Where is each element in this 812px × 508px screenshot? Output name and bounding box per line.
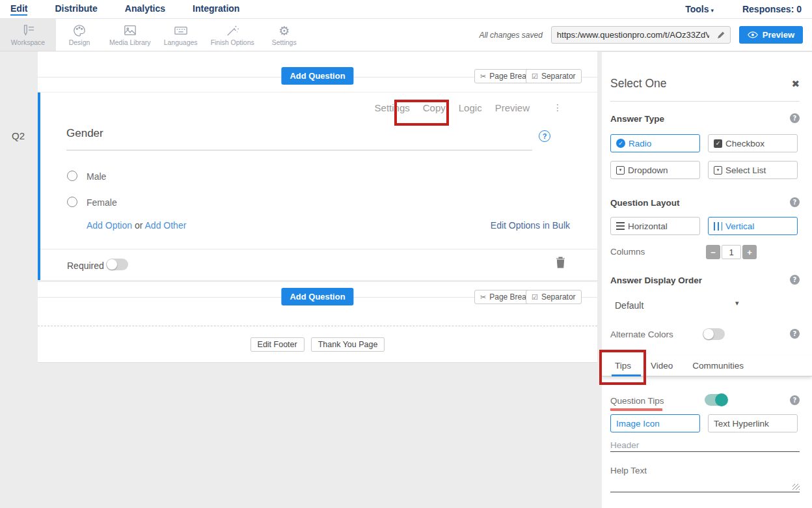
add-question-section-bottom: Add Question ✂ Page Break ☑ Separator Ed… [38, 282, 597, 363]
separator-button[interactable]: ☑ Separator [526, 290, 582, 304]
columns-decrease-button[interactable]: − [706, 245, 720, 259]
edit-options-bulk-link[interactable]: Edit Options in Bulk [491, 220, 570, 231]
nav-edit[interactable]: Edit [10, 3, 27, 16]
panel-title: Select One [610, 77, 667, 91]
delete-question-button[interactable] [556, 257, 565, 271]
question-layout-label: Question Layout [610, 198, 680, 208]
layout-vertical[interactable]: Vertical [708, 217, 798, 235]
edit-url-button[interactable] [712, 31, 730, 40]
add-question-button[interactable]: Add Question [281, 67, 353, 85]
radio-check-icon: ✓ [616, 139, 625, 148]
tab-tips[interactable]: Tips [615, 361, 631, 371]
add-other-link[interactable]: Add Other [145, 220, 187, 231]
answer-type-checkbox[interactable]: ✓ Checkbox [708, 134, 798, 152]
required-toggle[interactable] [106, 259, 128, 270]
question-logic-link[interactable]: Logic [459, 102, 482, 113]
alternate-colors-toggle[interactable] [703, 328, 725, 340]
answer-type-label: Answer Type [610, 114, 664, 124]
toolbar-finish-options[interactable]: Finish Options [204, 19, 261, 51]
toolbar-languages[interactable]: Languages [157, 19, 204, 51]
nav-distribute[interactable]: Distribute [55, 3, 97, 16]
answer-type-dropdown[interactable]: ▾ Dropdown [610, 161, 700, 179]
nav-integration[interactable]: Integration [193, 3, 239, 16]
help-icon[interactable]: ? [790, 329, 800, 339]
layout-horizontal[interactable]: Horizontal [610, 217, 700, 235]
answer-type-radio[interactable]: ✓ Radio [610, 134, 700, 152]
help-icon[interactable]: ? [790, 197, 800, 207]
question-card: Settings Copy Logic Preview ⋮ Gender ? M… [38, 92, 597, 280]
question-title[interactable]: Gender [66, 127, 103, 140]
divider [40, 249, 597, 249]
help-icon[interactable]: ? [790, 395, 800, 405]
question-tips-label: Question Tips [610, 396, 664, 406]
chevron-down-icon: ▾ [710, 7, 714, 14]
eye-icon [748, 31, 758, 38]
dropdown-icon: ▾ [616, 166, 625, 175]
radio-option[interactable] [67, 171, 77, 181]
add-question-button[interactable]: Add Question [281, 288, 353, 305]
edit-footer-button[interactable]: Edit Footer [250, 337, 304, 352]
toolbar-media-library[interactable]: Media Library [103, 19, 157, 51]
tools-menu[interactable]: Tools▾ [685, 4, 714, 14]
chevron-down-icon[interactable]: ▾ [735, 299, 739, 307]
preview-button[interactable]: Preview [739, 26, 803, 44]
responses-count[interactable]: Responses: 0 [742, 4, 802, 14]
question-settings-panel: Select One ✖ Answer Type ? ✓ Radio ✓ Che… [602, 52, 812, 508]
columns-increase-button[interactable]: + [742, 245, 757, 259]
resize-handle[interactable] [792, 484, 800, 490]
close-icon[interactable]: ✖ [791, 78, 800, 90]
tips-text-hyperlink-button[interactable]: Text Hyperlink [708, 414, 798, 432]
save-status: All changes saved [479, 31, 542, 40]
image-icon [123, 24, 137, 37]
help-text-label: Help Text [610, 466, 647, 475]
question-copy-link[interactable]: Copy [423, 102, 446, 113]
keyboard-icon [174, 24, 188, 37]
tips-header-input[interactable] [610, 439, 800, 452]
add-question-section-top: Add Question ✂ Page Break ☑ Separator [38, 51, 597, 92]
dropdown-icon: ▾ [714, 166, 722, 175]
more-options-icon[interactable]: ⋮ [553, 102, 562, 113]
tips-image-icon-button[interactable]: Image Icon [610, 414, 700, 432]
question-settings-link[interactable]: Settings [375, 102, 410, 113]
columns-label: Columns [610, 247, 645, 257]
trash-icon [556, 257, 565, 268]
toolbar-settings[interactable]: ⚙ Settings [261, 19, 308, 51]
checkbox-icon: ☑ [532, 293, 538, 302]
wand-icon [225, 24, 239, 37]
separator-button[interactable]: ☑ Separator [526, 69, 582, 83]
survey-url-input[interactable] [552, 30, 712, 40]
columns-stepper: − 1 + [706, 245, 757, 259]
panel-tabs: Tips Video Communities [602, 355, 812, 376]
checkbox-icon: ☑ [532, 72, 538, 81]
scissors-icon: ✂ [480, 293, 486, 302]
question-tips-toggle[interactable] [705, 394, 727, 406]
question-help-icon[interactable]: ? [539, 130, 550, 142]
help-text-textarea[interactable] [610, 475, 800, 492]
toolbar-workspace[interactable]: Workspace [0, 19, 56, 51]
add-option-link[interactable]: Add Option [87, 220, 132, 231]
nav-analytics[interactable]: Analytics [125, 3, 165, 16]
scissors-icon: ✂ [480, 72, 486, 81]
workspace-icon [21, 24, 35, 37]
toolbar: Workspace Design Media Library Languages… [0, 19, 812, 51]
help-icon[interactable]: ? [790, 113, 800, 123]
divider [66, 150, 532, 150]
divider [38, 326, 597, 326]
columns-value[interactable]: 1 [722, 245, 741, 259]
answer-display-order-label: Answer Display Order [610, 275, 702, 285]
thank-you-page-button[interactable]: Thank You Page [311, 337, 385, 352]
help-icon[interactable]: ? [790, 275, 800, 285]
palette-icon [72, 24, 87, 37]
answer-type-select-list[interactable]: ▾ Select List [708, 161, 798, 179]
required-label: Required [67, 261, 104, 271]
tab-video[interactable]: Video [651, 361, 673, 371]
tab-communities[interactable]: Communities [692, 361, 744, 371]
radio-option[interactable] [67, 197, 77, 207]
divider [610, 101, 800, 102]
checkbox-check-icon: ✓ [714, 139, 722, 148]
question-preview-link[interactable]: Preview [495, 102, 530, 113]
option-label[interactable]: Female [87, 197, 117, 208]
option-label[interactable]: Male [87, 171, 106, 182]
toolbar-design[interactable]: Design [56, 19, 103, 51]
display-order-select[interactable]: Default [615, 300, 643, 311]
